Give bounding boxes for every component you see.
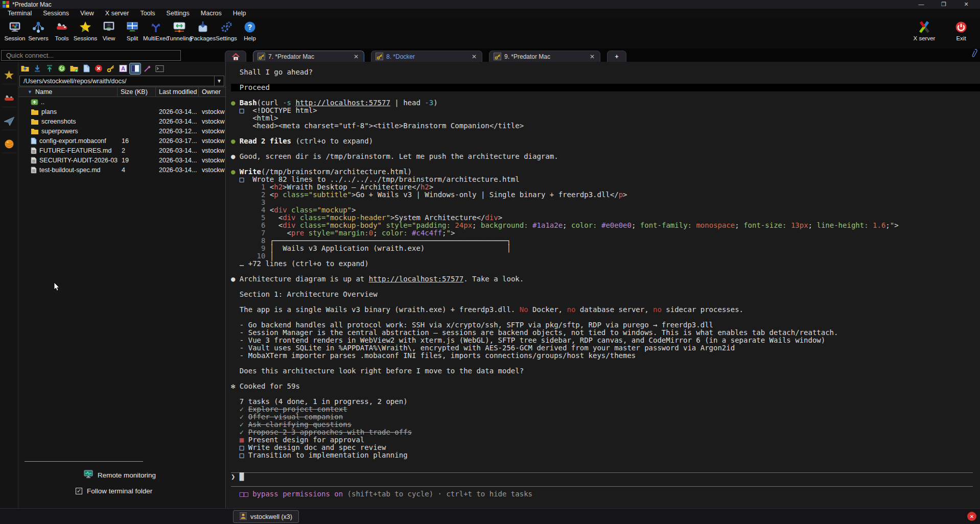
download-button[interactable] [32, 63, 42, 74]
remote-monitoring-button[interactable]: Remote monitoring [84, 470, 225, 480]
toolbar-button-x-server[interactable]: X server [913, 19, 936, 41]
menu-item-macros[interactable]: Macros [201, 10, 222, 17]
tab-new-button[interactable]: + [607, 51, 626, 62]
delete-button[interactable] [93, 63, 104, 74]
toolbar-button-sessions[interactable]: Sessions [74, 19, 97, 41]
toolbar-label: Settings [216, 35, 237, 41]
terminal-text-segment: 7 tasks (4 done, 1 in progress, 2 open) [231, 397, 408, 406]
quick-connect-input[interactable]: Quick connect... [1, 50, 181, 61]
table-row[interactable]: .. [18, 97, 225, 107]
terminal-text-segment: 1.6 [869, 221, 886, 229]
tab-close-icon[interactable]: ✕ [589, 53, 596, 60]
column-header-name[interactable]: ▼Name [18, 87, 118, 97]
table-row[interactable]: screenshots 2026-03-14... vstockw [18, 116, 225, 126]
toolbar-button-packages[interactable]: Packages [191, 19, 215, 41]
panel-toggle-button[interactable] [130, 63, 141, 74]
rename-button[interactable]: A [118, 63, 128, 74]
column-header-size-kb-[interactable]: Size (KB) [118, 87, 156, 97]
session-statusbar-tab[interactable]: vstockwell (x3) [233, 510, 299, 523]
toolbar-button-split[interactable]: Split [121, 19, 144, 41]
menu-item-view[interactable]: View [80, 10, 94, 17]
sort-arrow-icon: ▼ [28, 89, 32, 94]
column-header-last-modified[interactable]: Last modified [156, 87, 199, 97]
toolbar-button-settings[interactable]: Settings [215, 19, 238, 41]
terminal-text-segment: h2 [421, 183, 429, 191]
follow-terminal-folder-toggle[interactable]: ✓ Follow terminal folder [76, 487, 225, 495]
terminal-text-segment: ● [231, 152, 240, 160]
favorites-star-icon: ★ [4, 69, 15, 81]
terminal-text-segment: │ Wails v3 Application (wraith.exe) │ [270, 244, 511, 252]
folder-file-icon [31, 108, 39, 115]
tab-label: 7. *Predator Mac [268, 53, 353, 60]
toolbar-button-tunneling[interactable]: Tunneling [168, 19, 191, 41]
terminal-line: 7 tasks (4 done, 1 in progress, 2 open) [231, 398, 980, 406]
tab-close-icon[interactable]: ✕ [471, 53, 478, 60]
strip-button-network-globe-icon[interactable] [2, 135, 17, 153]
toolbar-button-tools[interactable]: Tools [50, 19, 74, 41]
terminal-line: - Vue 3 frontend renders in WebView2 wit… [231, 337, 980, 344]
strip-button-macros-plane-icon[interactable] [2, 112, 17, 130]
upload-button[interactable] [44, 63, 55, 74]
tab-session-1[interactable]: 7. *Predator Mac ✕ [253, 51, 364, 62]
tools-knife-icon [4, 92, 15, 104]
checkbox-checked-icon[interactable]: ✓ [76, 488, 82, 494]
download-icon [33, 64, 41, 73]
new-file-button[interactable] [81, 63, 91, 74]
terminal-text-segment: The app is a single Wails v3 binary (wra… [231, 305, 520, 314]
menu-item-terminal[interactable]: Terminal [8, 10, 32, 17]
terminal-text-segment: (ctrl+o to expand) [295, 137, 373, 145]
close-button[interactable]: ✕ [955, 0, 977, 9]
table-row[interactable]: test-buildout-spec.md 4 2026-03-14... vs… [18, 165, 225, 175]
statusbar-close-button[interactable]: ✕ [967, 512, 976, 521]
table-row[interactable]: plans 2026-03-14... vstockw [18, 107, 225, 116]
toolbar-button-help[interactable]: ?Help [238, 19, 262, 41]
tab-home[interactable] [225, 51, 246, 62]
menu-item-settings[interactable]: Settings [167, 10, 190, 17]
toolbar-button-exit[interactable]: Exit [949, 19, 973, 41]
table-row[interactable]: FUTURE-FEATURES.md 2 2026-03-14... vstoc… [18, 146, 225, 155]
table-row[interactable]: superpowers 2026-03-12... vstockw [18, 126, 225, 136]
wand-button[interactable] [142, 63, 153, 74]
terminal-text-segment: sidecar processes. [662, 305, 743, 314]
new-folder-button[interactable] [68, 63, 79, 74]
terminal-text-segment: line-height: [816, 221, 868, 229]
path-dropdown-chevron-icon[interactable]: ▼ [214, 76, 224, 86]
strip-button-tools-knife-icon[interactable] [2, 89, 17, 107]
file-size: 16 [118, 137, 156, 145]
strip-button-favorites-star-icon[interactable]: ★ [2, 66, 17, 84]
local-terminal-button[interactable] [154, 63, 165, 74]
toolbar-button-view[interactable]: View [97, 19, 121, 41]
key-button[interactable] [105, 63, 116, 74]
minimize-button[interactable]: — [910, 0, 932, 9]
menu-item-x-server[interactable]: X server [105, 10, 129, 17]
tab-session-2[interactable]: 8. *Docker ✕ [371, 51, 482, 62]
table-row[interactable]: config-export.mobaconf 16 2026-03-17... … [18, 136, 225, 146]
tab-session-3[interactable]: 9. *Predator Mac ✕ [489, 51, 600, 62]
tab-close-icon[interactable]: ✕ [353, 53, 360, 60]
attachment-paperclip-icon[interactable] [969, 49, 977, 61]
main-toolbar: SessionServersToolsSessionsViewSplitMult… [0, 18, 980, 49]
terminal-text-segment: no [653, 305, 662, 314]
menu-item-tools[interactable]: Tools [140, 10, 155, 17]
file-modified: 2026-03-17... [156, 137, 199, 145]
toolbar-right-group: X serverExit [913, 19, 973, 41]
toolbar-button-session[interactable]: Session [3, 19, 27, 41]
terminal-line: ✓ Propose 2-3 approaches with trade-offs [231, 428, 980, 436]
menu-item-help[interactable]: Help [233, 10, 246, 17]
menu-item-sessions[interactable]: Sessions [43, 10, 69, 17]
terminal-output[interactable]: Shall I go ahead? Proceed ● Bash(curl -s… [225, 62, 980, 508]
maximize-button[interactable]: ❐ [932, 0, 955, 9]
toolbar-button-servers[interactable]: Servers [27, 19, 50, 41]
servers-icon [32, 20, 45, 34]
path-bar[interactable]: /Users/vstockwell/repos/wraith/docs/ ▼ [19, 76, 224, 86]
parent-folder-button[interactable] [19, 63, 30, 74]
terminal-line: <html> [231, 114, 980, 122]
terminal-line: <head><meta charset="utf-8"><title>Brain… [231, 122, 980, 130]
toolbar-button-multiexec[interactable]: MultiExec [144, 19, 168, 41]
refresh-button[interactable] [56, 63, 67, 74]
toolbar-label: Tools [55, 35, 69, 41]
table-row[interactable]: SECURITY-AUDIT-2026-03-1... 19 2026-03-1… [18, 155, 225, 165]
macros-plane-icon [4, 116, 15, 126]
column-header-owner[interactable]: Owner [199, 87, 225, 97]
terminal-line: 6 <div class="mockup-body" style="paddin… [231, 222, 980, 229]
